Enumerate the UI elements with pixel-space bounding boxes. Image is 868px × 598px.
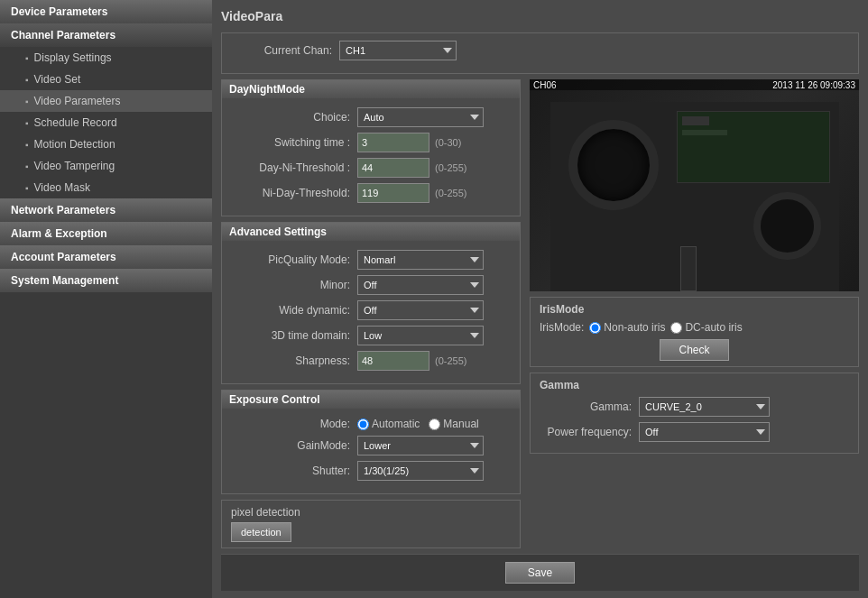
mode-manual-radio[interactable] [429,419,440,430]
daynightmode-header: DayNightMode [222,80,520,98]
sharpness-range: (0-255) [435,355,466,366]
minor-label: Minor: [231,279,357,291]
advanced-settings-header: Advanced Settings [222,223,520,241]
picquality-select[interactable]: NomarlSmoothSharp [357,250,484,270]
mode-manual-option[interactable]: Manual [429,418,478,430]
content-area: VideoPara Current Chan: CH1 DayNightMode [212,0,868,598]
detection-button[interactable]: detection [231,522,291,542]
sidebar-section-device-parameters[interactable]: Device Parameters [0,0,212,23]
save-button[interactable]: Save [505,562,575,584]
page-icon: ▪ [25,118,29,128]
sidebar-item-video-set[interactable]: ▪ Video Set [0,69,212,90]
gain-mode-select[interactable]: LowerMediumHigher [357,436,484,455]
current-chan-select[interactable]: CH1 [339,41,457,60]
picquality-label: PicQuality Mode: [231,253,357,266]
camera-overlay: CH06 2013 11 26 09:09:33 [530,79,859,90]
sidebar-item-video-tampering[interactable]: ▪ Video Tampering [0,155,212,177]
ni-day-threshold-input[interactable] [357,183,429,203]
shutter-select[interactable]: 1/30(1/25)1/501/60 [357,461,484,481]
pixel-detection-title: pixel detection [231,506,511,519]
gamma-select[interactable]: CURVE_2_0CURVE_1_8CURVE_2_2 [639,397,770,417]
gamma-label: Gamma: [540,400,639,413]
mode-automatic-radio[interactable] [357,419,369,430]
ni-day-threshold-range: (0-255) [435,188,466,198]
page-icon: ▪ [25,140,29,150]
save-bar: Save [221,554,859,591]
day-ni-threshold-range: (0-255) [435,162,466,173]
page-icon: ▪ [25,97,29,106]
sidebar: Device Parameters Channel Parameters ▪ D… [0,0,212,598]
sidebar-section-account-parameters[interactable]: Account Parameters [0,245,212,269]
camera-preview: CH06 2013 11 26 09:09:33 [530,79,859,291]
check-button[interactable]: Check [660,339,728,361]
page-title: VideoPara [221,9,859,23]
switching-time-range: (0-30) [435,137,461,148]
switching-time-label: Switching time : [231,136,357,149]
wide-dynamic-label: Wide dynamic: [231,304,357,317]
sharpness-label: Sharpness: [231,354,357,367]
current-chan-label: Current Chan: [231,44,339,57]
irismode-non-auto-radio[interactable] [589,322,601,334]
sidebar-item-video-parameters[interactable]: ▪ Video Parameters [0,90,212,112]
switching-time-input[interactable] [357,133,429,152]
sidebar-item-schedule-record[interactable]: ▪ Schedule Record [0,112,212,133]
sidebar-section-system-management[interactable]: System Management [0,269,212,292]
exposure-control-header: Exposure Control [222,391,520,409]
wide-dynamic-select[interactable]: OffOn [357,300,484,320]
page-icon: ▪ [25,161,29,171]
time-domain-label: 3D time domain: [231,329,357,342]
irismode-dc-auto-option[interactable]: DC-auto iris [670,321,742,334]
ni-day-threshold-label: Ni-Day-Threshold: [231,187,357,199]
page-icon: ▪ [25,183,29,193]
gain-mode-label: GainMode: [231,439,357,452]
choice-select[interactable]: AutoDayNight [357,107,484,127]
sidebar-section-alarm-exception[interactable]: Alarm & Exception [0,222,212,245]
power-freq-select[interactable]: Off50Hz60Hz [639,422,770,442]
time-domain-select[interactable]: LowMediumHigh [357,326,484,345]
choice-label: Choice: [231,111,357,124]
mode-automatic-option[interactable]: Automatic [357,418,420,430]
sidebar-item-video-mask[interactable]: ▪ Video Mask [0,177,212,198]
irismode-title: IrisMode [540,303,849,316]
power-freq-label: Power frequency: [540,426,639,438]
irismode-label: IrisMode: [540,321,584,334]
gamma-title: Gamma [540,379,849,391]
camera-timestamp: 2013 11 26 09:09:33 [772,80,855,90]
sharpness-input[interactable] [357,351,429,371]
minor-select[interactable]: OffOn [357,275,484,295]
sidebar-section-network-parameters[interactable]: Network Parameters [0,198,212,222]
sidebar-item-display-settings[interactable]: ▪ Display Settings [0,47,212,69]
sidebar-section-channel-parameters[interactable]: Channel Parameters [0,23,212,47]
irismode-dc-auto-radio[interactable] [670,322,682,334]
page-icon: ▪ [25,75,29,85]
page-icon: ▪ [25,53,29,63]
irismode-non-auto-option[interactable]: Non-auto iris [589,321,665,334]
mode-radio-group: Automatic Manual [357,418,479,430]
camera-channel: CH06 [533,80,557,90]
mode-label: Mode: [231,418,357,430]
day-ni-threshold-label: Day-Ni-Threshold : [231,161,357,174]
day-ni-threshold-input[interactable] [357,158,429,178]
sidebar-item-motion-detection[interactable]: ▪ Motion Detection [0,133,212,155]
shutter-label: Shutter: [231,465,357,477]
